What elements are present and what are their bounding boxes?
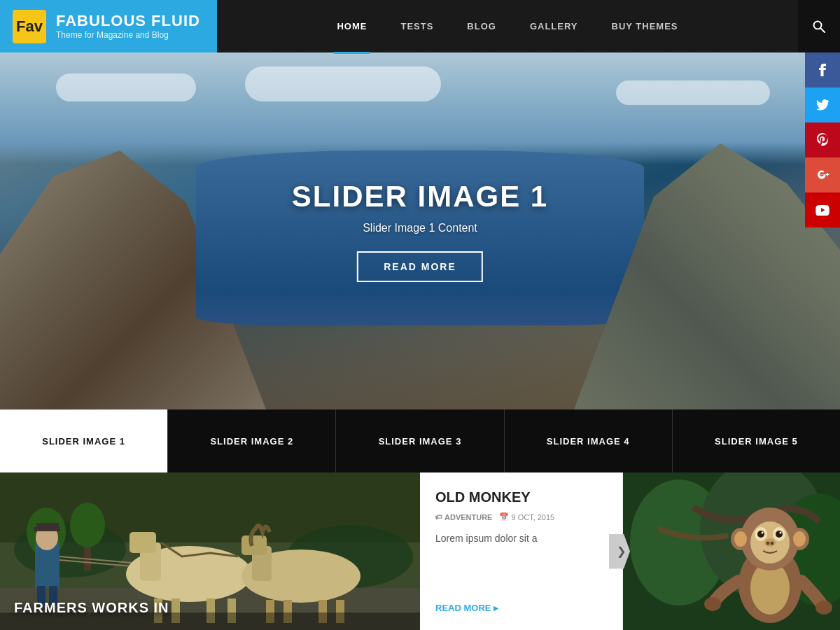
logo-area: Fav FABULOUS FLUID Theme for Magazine an… xyxy=(0,0,217,52)
article-card-mid: OLD MONKEY 🏷 ADVENTURE 📅 9 OCT, 2015 Lor… xyxy=(420,472,623,630)
article-title: OLD MONKEY xyxy=(435,489,607,505)
horse-scene: FARMERS WORKS IN xyxy=(0,472,420,630)
svg-point-44 xyxy=(757,531,764,538)
horses-background: FARMERS WORKS IN xyxy=(0,472,420,630)
svg-point-56 xyxy=(816,601,832,615)
tag-icon: 🏷 xyxy=(435,513,442,521)
hero-slider: SLIDER IMAGE 1 Slider Image 1 Content RE… xyxy=(0,52,840,410)
nav-home[interactable]: HOME xyxy=(334,1,370,54)
thumb-4[interactable]: SLIDER IMAGE 4 xyxy=(505,410,673,472)
google-plus-button[interactable] xyxy=(805,158,840,192)
cloud-2 xyxy=(245,66,441,102)
left-article-label: FARMERS WORKS IN xyxy=(14,600,169,616)
hero-content: SLIDER IMAGE 1 Slider Image 1 Content RE… xyxy=(292,180,548,282)
svg-line-1 xyxy=(821,28,825,32)
svg-rect-14 xyxy=(34,527,60,531)
thumb-2[interactable]: SLIDER IMAGE 2 xyxy=(168,410,336,472)
youtube-button[interactable] xyxy=(805,192,840,227)
article-card-left[interactable]: FARMERS WORKS IN xyxy=(0,472,420,630)
cloud-3 xyxy=(616,80,770,105)
hero-subtitle: Slider Image 1 Content xyxy=(292,222,548,234)
header: Fav FABULOUS FLUID Theme for Magazine an… xyxy=(0,0,840,52)
cloud-1 xyxy=(56,74,196,102)
monkey-scene-svg xyxy=(623,472,840,630)
site-title: FABULOUS FLUID xyxy=(56,13,200,29)
logo-text-block: FABULOUS FLUID Theme for Magazine and Bl… xyxy=(56,13,200,39)
logo-badge[interactable]: Fav xyxy=(13,10,46,43)
hero-read-more-button[interactable]: READ MORE xyxy=(357,251,483,282)
thumb-1[interactable]: SLIDER IMAGE 1 xyxy=(0,410,168,472)
nav-gallery[interactable]: GALLERY xyxy=(527,1,581,54)
bottom-row: FARMERS WORKS IN OLD MONKEY 🏷 ADVENTURE … xyxy=(0,472,840,630)
thumbnail-strip: SLIDER IMAGE 1 SLIDER IMAGE 2 SLIDER IMA… xyxy=(0,410,840,472)
nav-blog[interactable]: BLOG xyxy=(464,1,499,54)
svg-point-48 xyxy=(764,538,776,547)
article-excerpt: Lorem ipsum dolor sit a xyxy=(435,531,607,593)
svg-rect-21 xyxy=(130,532,156,553)
svg-point-54 xyxy=(793,531,806,547)
svg-point-47 xyxy=(780,532,782,534)
article-date: 📅 9 OCT, 2015 xyxy=(499,512,554,522)
pinterest-button[interactable] xyxy=(805,122,840,158)
svg-point-50 xyxy=(771,542,774,545)
article-read-more[interactable]: READ MORE xyxy=(435,603,607,613)
article-tag: 🏷 ADVENTURE xyxy=(435,513,492,522)
svg-rect-28 xyxy=(241,536,267,555)
facebook-button[interactable] xyxy=(805,52,840,88)
hero-title: SLIDER IMAGE 1 xyxy=(292,180,548,214)
twitter-button[interactable] xyxy=(805,88,840,122)
article-card-right xyxy=(623,472,840,630)
svg-point-9 xyxy=(70,503,105,547)
svg-point-49 xyxy=(766,542,770,545)
search-icon[interactable] xyxy=(798,0,840,52)
nav-tests[interactable]: TESTS xyxy=(398,1,436,54)
social-sidebar xyxy=(805,52,840,227)
nav-buy-themes[interactable]: BUY THEMES xyxy=(609,1,681,54)
site-subtitle: Theme for Magazine and Blog xyxy=(56,30,200,40)
svg-point-55 xyxy=(704,597,721,611)
thumb-3[interactable]: SLIDER IMAGE 3 xyxy=(336,410,504,472)
main-nav: HOME TESTS BLOG GALLERY BUY THEMES xyxy=(217,0,798,52)
svg-point-52 xyxy=(734,531,747,547)
svg-point-46 xyxy=(762,532,764,534)
article-meta: 🏷 ADVENTURE 📅 9 OCT, 2015 xyxy=(435,512,607,522)
svg-point-45 xyxy=(776,531,783,538)
calendar-icon: 📅 xyxy=(499,512,509,522)
thumb-5[interactable]: SLIDER IMAGE 5 xyxy=(673,410,840,472)
